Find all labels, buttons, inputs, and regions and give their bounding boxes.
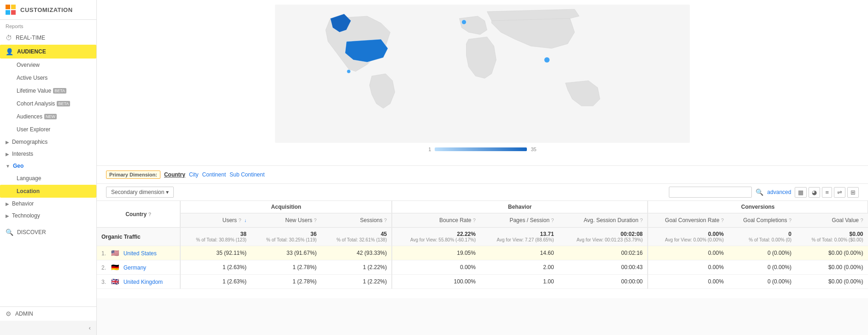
dim-country-link[interactable]: Country [164,171,185,178]
behavior-arrow: ▶ [6,201,9,206]
sec-dim-label: Secondary dimension [111,189,164,195]
col-goal-completions-header: Goal Completions ? [728,213,796,228]
col-goal-value-header: Goal Value ? [796,213,868,228]
col-goal-conv-rate-header: Goal Conversion Rate ? [648,213,728,228]
bounce-rate-cell-1: 0.00% [392,260,480,275]
compare-view-button[interactable]: ⇌ [834,187,845,198]
technology-arrow: ▶ [6,213,9,218]
col-pages-session-header: Pages / Session ? [480,213,559,228]
legend-max: 35 [531,147,536,152]
logo-sq-3 [6,10,10,15]
pie-view-button[interactable]: ◕ [809,187,820,198]
help-icon: ? [148,212,151,217]
goal-comp-help-icon: ? [789,217,791,223]
nav-realtime[interactable]: ⏱ REAL-TIME [0,31,96,45]
bar-view-button[interactable]: ≡ [822,187,832,198]
nav-audience[interactable]: 👤 AUDIENCE [0,45,96,59]
nav-lifetime-value[interactable]: Lifetime Value BETA [0,84,96,97]
discover-icon: 🔍 [6,229,13,236]
pages-session-cell-0: 14.60 [480,246,559,260]
pivot-view-button[interactable]: ⊞ [847,187,859,198]
avg-session-cell-0: 00:02:16 [559,246,648,260]
users-cell-1: 1 (2.63%) [180,260,251,275]
toolbar-right: 🔍 advanced ▦ ◕ ≡ ⇌ ⊞ [669,187,859,198]
nav-geo-label: Geo [13,163,24,169]
search-input[interactable] [669,187,752,198]
group-conversions-header: Conversions [648,201,868,213]
nav-location[interactable]: Location [0,185,96,198]
clock-icon: ⏱ [6,34,12,41]
country-link-1[interactable]: Germany [124,264,146,271]
nav-interests-label: Interests [12,151,33,157]
goal-value-help-icon: ? [860,217,863,223]
gear-icon: ⚙ [6,310,12,317]
dim-sub-continent-link[interactable]: Sub Continent [230,171,265,178]
country-link-2[interactable]: United Kingdom [124,279,163,285]
goal-value-cell-0: $0.00 (0.00%) [796,246,868,260]
nav-technology-label: Technology [12,212,40,219]
nav-geo-section[interactable]: ▼ Geo [0,160,96,172]
country-cell-1: 2. 🇩🇪 Germany [97,260,180,275]
nav-technology-section[interactable]: ▶ Technology [0,210,96,222]
nav-active-users[interactable]: Active Users [0,71,96,84]
view-icons: ▦ ◕ ≡ ⇌ ⊞ [795,187,859,198]
new-users-cell-0: 33 (91.67%) [251,246,321,260]
primary-dimension-label: Primary Dimension: [106,170,160,179]
nav-interests-section[interactable]: ▶ Interests [0,148,96,160]
group-acquisition-header: Acquisition [180,201,392,213]
nav-overview-label: Overview [17,62,40,68]
organic-users-cell: 38 % of Total: 30.89% (123) [180,228,251,246]
goal-completions-cell-2: 0 (0.00%) [728,275,796,289]
flag-icon-1: 🇩🇪 [111,264,119,271]
grid-view-button[interactable]: ▦ [795,187,807,198]
dim-city-link[interactable]: City [189,171,199,178]
nav-behavior-section[interactable]: ▶ Behavior [0,198,96,210]
nav-overview[interactable]: Overview [0,59,96,71]
nav-user-explorer-label: User Explorer [17,126,50,133]
dim-continent-link[interactable]: Continent [202,171,226,178]
nav-discover[interactable]: 🔍 DISCOVER [0,225,96,239]
country-link-0[interactable]: United States [124,250,157,257]
nav-user-explorer[interactable]: User Explorer [0,123,96,136]
advanced-link[interactable]: advanced [767,189,791,195]
bounce-rate-cell-2: 100.00% [392,275,480,289]
row-num-2: 3. [101,279,106,285]
bounce-rate-cell-0: 19.05% [392,246,480,260]
nav-cohort-analysis[interactable]: Cohort Analysis BETA [0,97,96,110]
col-avg-session-header: Avg. Session Duration ? [559,213,648,228]
logo-sq-1 [6,5,10,9]
col-users-header: Users ? ↓ [180,213,251,228]
cohort-analysis-badge: BETA [57,101,70,106]
bounce-help-icon: ? [473,217,476,223]
users-sort-icon[interactable]: ↓ [244,218,247,223]
nav-language[interactable]: Language [0,172,96,185]
new-users-cell-2: 1 (2.78%) [251,275,321,289]
demographics-arrow: ▶ [6,140,9,145]
secondary-dimension-button[interactable]: Secondary dimension ▾ [106,187,174,198]
app-logo [6,5,16,15]
goal-conv-rate-cell-2: 0.00% [648,275,728,289]
country-cell-2: 3. 🇬🇧 United Kingdom [97,275,180,289]
search-icon: 🔍 [756,188,763,196]
world-map [106,5,859,143]
nav-audiences[interactable]: Audiences NEW [0,110,96,123]
svg-point-3 [544,57,550,63]
nav-admin[interactable]: ⚙ ADMIN [0,307,96,321]
nav-language-label: Language [17,175,41,182]
nav-demographics-label: Demographics [12,139,47,145]
goal-value-cell-2: $0.00 (0.00%) [796,275,868,289]
map-legend: 1 35 [106,147,859,152]
nav-audience-label: AUDIENCE [17,48,46,55]
goal-completions-cell-0: 0 (0.00%) [728,246,796,260]
sessions-cell-0: 42 (93.33%) [321,246,392,260]
collapse-sidebar-button[interactable]: ‹ [0,321,96,335]
organic-goal-completions-cell: 0 % of Total: 0.00% (0) [728,228,796,246]
logo-sq-2 [11,5,16,9]
nav-location-label: Location [17,188,40,194]
nav-demographics-section[interactable]: ▶ Demographics [0,136,96,148]
toolbar: Secondary dimension ▾ 🔍 advanced ▦ ◕ ≡ ⇌… [97,184,868,201]
legend-min: 1 [428,147,431,152]
table-row: 3. 🇬🇧 United Kingdom 1 (2.63%) 1 (2.78%)… [97,275,868,289]
goal-conv-help-icon: ? [721,217,724,223]
sidebar-bottom: ⚙ ADMIN ‹ [0,306,96,335]
